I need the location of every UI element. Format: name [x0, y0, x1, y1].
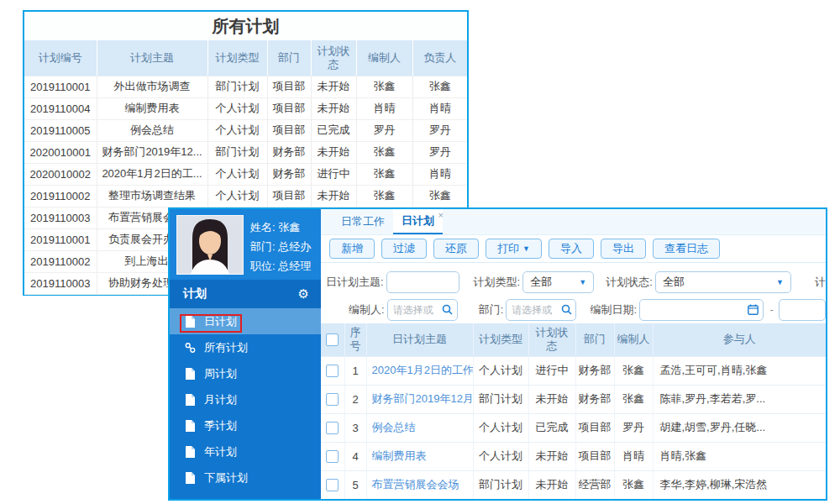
creator-search-input[interactable] [388, 300, 438, 320]
sidebar-item-month-plan[interactable]: 月计划 [170, 386, 321, 412]
table-row[interactable]: 2019110004编制费用表个人计划项目部未开始肖晴肖晴 [24, 97, 467, 119]
avatar [176, 215, 244, 275]
add-button[interactable]: 新增 [329, 239, 375, 259]
table-row[interactable]: 2019110002整理市场调查结果个人计划项目部未开始张鑫张鑫 [24, 185, 467, 207]
subject-link[interactable]: 布置营销展会会场 [372, 478, 459, 491]
participants-cell: 肖晴,张鑫 [653, 442, 826, 470]
profile-dept-line: 部门: 总经办 [250, 237, 311, 256]
row-checkbox[interactable] [326, 422, 339, 434]
cell: 2019110001 [24, 76, 97, 97]
cell: 未开始 [311, 185, 356, 207]
table-row[interactable]: 5 布置营销展会会场 部门计划 未开始 经营部 张鑫 李华,李婷,柳琳,宋浩然 [321, 470, 826, 499]
date-to-field[interactable] [779, 299, 826, 321]
cell: 项目部 [267, 185, 311, 207]
type-filter-label: 计划类型: [474, 275, 521, 290]
table-row[interactable]: 2020010001财务部门2019年12...部门计划财务部未开始张鑫罗丹 [24, 141, 467, 163]
table-row[interactable]: 2019110005例会总结个人计划项目部已完成罗丹罗丹 [24, 119, 467, 141]
page-title: 所有计划 [24, 12, 467, 40]
profile-name-line: 姓名: 张鑫 [250, 218, 311, 237]
select-all-checkbox[interactable] [326, 333, 339, 346]
col-owner: 负责人 [412, 40, 467, 76]
type-cell: 部门计划 [473, 470, 528, 499]
sidebar-menu: 日计划 所有计划 周计划 月计划 季计划 [170, 308, 321, 499]
sidebar-item-label: 周计划 [204, 366, 237, 381]
select-all-header [321, 323, 344, 356]
cell: 2019110003 [24, 207, 97, 228]
col-dept: 部门 [267, 40, 311, 76]
view-log-button[interactable]: 查看日志 [653, 239, 720, 259]
subject-filter-input[interactable] [387, 272, 459, 292]
gear-icon[interactable]: ⚙ [298, 286, 309, 302]
subject-link[interactable]: 编制费用表 [372, 449, 427, 462]
participants-cell: 孟浩,王可可,肖晴,张鑫 [653, 356, 826, 385]
sidebar-item-all-plans[interactable]: 所有计划 [170, 334, 321, 360]
table-row[interactable]: 4 编制费用表 个人计划 未开始 项目部 肖晴 肖晴,张鑫 [321, 442, 826, 470]
row-checkbox[interactable] [326, 393, 339, 406]
import-button[interactable]: 导入 [549, 239, 594, 259]
tab-bar: 日常工作 日计划 × [321, 209, 826, 235]
date-from-input[interactable] [640, 300, 744, 320]
dept-search-input[interactable] [507, 300, 557, 320]
cell: 整理市场调查结果 [97, 185, 207, 207]
cell: 张鑫 [356, 163, 412, 185]
date-to-input[interactable] [780, 300, 825, 320]
dept-cell: 财务部 [575, 385, 614, 413]
row-checkbox[interactable] [326, 365, 339, 377]
toolbar: 新增 过滤 还原 打印▼ 导入 导出 查看日志 [321, 235, 826, 263]
table-row[interactable]: 3 例会总结 个人计划 已完成 项目部 罗丹 胡建,胡雪,罗丹,任晓... [321, 413, 826, 442]
cell: 2019110005 [24, 119, 97, 141]
content-area: 日常工作 日计划 × 新增 过滤 还原 打印▼ 导入 导出 查看日志 日计划主题… [321, 209, 826, 499]
subject-cell: 布置营销展会会场 [366, 470, 473, 499]
search-icon[interactable] [557, 304, 575, 315]
date-from-field[interactable] [639, 299, 764, 321]
close-icon[interactable]: × [438, 210, 444, 220]
reset-button[interactable]: 还原 [433, 239, 479, 259]
row-checkbox[interactable] [326, 450, 339, 463]
table-row[interactable]: 2019110001外出做市场调查部门计划项目部未开始张鑫张鑫 [24, 76, 467, 97]
cell: 2019110003 [24, 272, 97, 294]
col-type: 计划类型 [207, 40, 267, 76]
subject-link[interactable]: 财务部门2019年12月的... [372, 392, 474, 405]
chevron-down-icon: ▼ [522, 244, 530, 253]
status-cell: 进行中 [528, 356, 575, 385]
link-icon [185, 342, 196, 354]
search-icon[interactable] [438, 304, 457, 315]
status-select[interactable]: 全部 ▼ [655, 271, 791, 293]
status-cell: 已完成 [528, 413, 575, 442]
col-seq: 序号 [344, 323, 366, 356]
creator-search-field[interactable] [387, 299, 458, 321]
tab-daily-work[interactable]: 日常工作 [333, 209, 393, 234]
document-icon [185, 394, 196, 406]
cell: 项目部 [267, 97, 311, 119]
participants-cell: 胡建,胡雪,罗丹,任晓... [653, 413, 826, 442]
row-checkbox[interactable] [326, 479, 339, 491]
export-button[interactable]: 导出 [601, 239, 646, 259]
type-select[interactable]: 全部 ▼ [522, 271, 594, 293]
sidebar-item-day-plan[interactable]: 日计划 [170, 308, 321, 334]
col-subject: 日计划主题 [366, 323, 473, 356]
subject-link[interactable]: 2020年1月2日的工作日... [372, 364, 474, 376]
tab-day-plan[interactable]: 日计划 × [393, 209, 443, 234]
title-value: 总经理 [278, 260, 311, 272]
sidebar-item-subordinate-plan[interactable]: 下属计划 [170, 465, 321, 491]
filter-button[interactable]: 过滤 [381, 239, 427, 259]
seq-cell: 5 [344, 470, 366, 499]
calendar-icon[interactable] [744, 304, 763, 315]
dept-label: 部门: [250, 240, 278, 253]
seq-cell: 2 [344, 385, 366, 413]
table-row[interactable]: 20200100022020年1月2日的工...个人计划财务部进行中张鑫肖晴 [24, 163, 467, 185]
creator-cell: 张鑫 [614, 356, 653, 385]
clipped-filter-label: 计 [815, 275, 826, 290]
print-button[interactable]: 打印▼ [486, 239, 542, 259]
table-row[interactable]: 2 财务部门2019年12月的... 部门计划 未开始 财务部 张鑫 陈菲,罗丹… [321, 385, 826, 413]
cell: 2019110002 [24, 185, 97, 207]
cell: 张鑫 [356, 141, 412, 163]
dept-search-field[interactable] [506, 299, 576, 321]
sidebar-item-year-plan[interactable]: 年计划 [170, 438, 321, 465]
sidebar-item-quarter-plan[interactable]: 季计划 [170, 412, 321, 438]
sidebar-item-week-plan[interactable]: 周计划 [170, 360, 321, 386]
subject-link[interactable]: 例会总结 [372, 421, 416, 433]
table-row[interactable]: 1 2020年1月2日的工作日... 个人计划 进行中 财务部 张鑫 孟浩,王可… [321, 356, 826, 385]
subject-cell: 编制费用表 [366, 442, 473, 470]
cell: 个人计划 [207, 185, 267, 207]
